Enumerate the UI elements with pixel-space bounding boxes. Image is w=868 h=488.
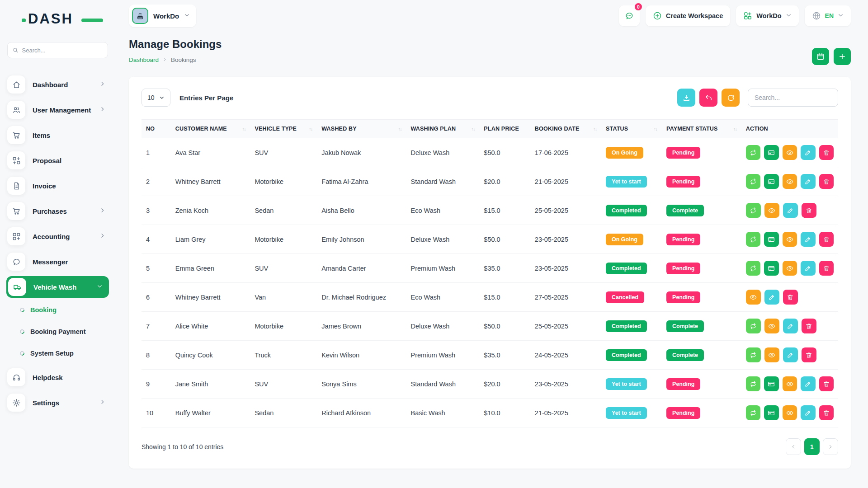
sync-button[interactable] (746, 347, 761, 362)
eye-button[interactable] (783, 376, 797, 391)
sidebar-item-invoice[interactable]: Invoice (7, 177, 108, 195)
sidebar-item-vehicle-wash[interactable]: Vehicle Wash (6, 276, 109, 298)
sort-icon[interactable]: ↑↓ (309, 127, 312, 131)
page-1-button[interactable]: 1 (804, 438, 820, 455)
trash-button[interactable] (802, 319, 816, 333)
sort-icon[interactable]: ↑↓ (733, 127, 737, 131)
pencil-button[interactable] (801, 405, 815, 420)
refresh-icon (727, 94, 735, 102)
trash-button[interactable] (819, 261, 834, 276)
trash-button[interactable] (802, 347, 816, 362)
status-badge: On Going (606, 234, 643, 245)
eye-button[interactable] (783, 405, 797, 420)
sync-button[interactable] (746, 319, 761, 333)
trash-button[interactable] (819, 232, 834, 247)
column-header-booking-date[interactable]: BOOKING DATE↑↓ (530, 120, 601, 138)
messages-button[interactable]: 0 (619, 5, 640, 26)
sync-icon (750, 207, 757, 214)
pencil-button[interactable] (783, 203, 798, 218)
pencil-button[interactable] (801, 145, 815, 160)
sort-icon[interactable]: ↑↓ (242, 127, 245, 131)
sidebar-item-items[interactable]: Items (7, 126, 108, 144)
eye-button[interactable] (783, 174, 797, 189)
column-header-vehicle-type[interactable]: VEHICLE TYPE↑↓ (250, 120, 317, 138)
card-button[interactable] (764, 174, 778, 189)
sync-button[interactable] (746, 174, 760, 189)
eye-button[interactable] (783, 261, 797, 276)
reset-button[interactable] (699, 89, 717, 107)
column-header-payment-status[interactable]: PAYMENT STATUS↑↓ (662, 120, 741, 138)
add-booking-button[interactable] (834, 48, 851, 65)
sync-button[interactable] (746, 405, 760, 420)
sidebar-item-proposal[interactable]: Proposal (7, 151, 108, 169)
sidebar-item-accounting[interactable]: Accounting (7, 227, 108, 245)
trash-button[interactable] (819, 145, 834, 160)
sync-button[interactable] (746, 232, 760, 247)
eye-button[interactable] (746, 290, 761, 305)
workdo-menu-button[interactable]: WorkDo (736, 5, 798, 26)
sort-icon[interactable]: ↑↓ (398, 127, 402, 131)
card-button[interactable] (764, 261, 778, 276)
sync-button[interactable] (746, 376, 760, 391)
column-header-status[interactable]: STATUS↑↓ (601, 120, 662, 138)
workspace-switcher[interactable]: WorkDo (129, 5, 196, 27)
create-workspace-button[interactable]: Create Workspace (646, 5, 730, 26)
sidebar-item-dashboard[interactable]: Dashboard (7, 75, 108, 94)
table-row: 8Quincy CookTruckKevin WilsonPremium Was… (142, 341, 838, 370)
table-row: 5Emma GreenSUVAmanda CarterPremium Wash$… (142, 254, 838, 283)
sidebar-subitem-system-setup[interactable]: System Setup (20, 347, 108, 360)
card-icon (768, 409, 775, 417)
language-selector[interactable]: EN (805, 5, 851, 26)
pencil-button[interactable] (783, 347, 798, 362)
trash-button[interactable] (783, 290, 798, 305)
prev-page-button[interactable] (786, 438, 801, 455)
sync-button[interactable] (746, 203, 761, 218)
trash-button[interactable] (819, 376, 834, 391)
sidebar-search-input[interactable] (22, 47, 103, 54)
column-header-washed-by[interactable]: WASHED BY↑↓ (317, 120, 406, 138)
trash-button[interactable] (802, 203, 816, 218)
sidebar-item-purchases[interactable]: Purchases (7, 202, 108, 220)
card-button[interactable] (764, 232, 778, 247)
eye-button[interactable] (764, 319, 779, 333)
eye-button[interactable] (783, 145, 797, 160)
sidebar-item-user-management[interactable]: User Management (7, 101, 108, 119)
dash-logo[interactable]: DASH (28, 11, 96, 30)
sidebar-item-helpdesk[interactable]: Helpdesk (7, 368, 108, 386)
next-page-button[interactable] (823, 438, 838, 455)
card-button[interactable] (764, 145, 778, 160)
eye-button[interactable] (783, 232, 797, 247)
table-search-input[interactable] (748, 89, 838, 107)
column-header-washing-plan[interactable]: WASHING PLAN↑↓ (406, 120, 480, 138)
sync-button[interactable] (746, 261, 760, 276)
card-button[interactable] (764, 376, 778, 391)
main-content: WorkDo 0 Create Workspace WorkDo (115, 0, 868, 488)
card-button[interactable] (764, 405, 778, 420)
refresh-button[interactable] (722, 89, 740, 107)
calendar-view-button[interactable] (812, 48, 829, 65)
sync-button[interactable] (746, 145, 760, 160)
pencil-button[interactable] (801, 174, 815, 189)
eye-button[interactable] (764, 203, 779, 218)
column-header-customer-name[interactable]: CUSTOMER NAME↑↓ (171, 120, 250, 138)
cell-customer-name: Emma Green (171, 254, 250, 283)
sort-icon[interactable]: ↑↓ (654, 127, 657, 131)
export-button[interactable] (677, 89, 695, 107)
pencil-button[interactable] (764, 290, 779, 305)
pencil-button[interactable] (783, 319, 798, 333)
sidebar-subitem-booking[interactable]: Booking (20, 303, 108, 317)
sidebar-subitem-booking-payment[interactable]: Booking Payment (20, 325, 108, 338)
sort-icon[interactable]: ↑↓ (593, 127, 597, 131)
sidebar-item-settings[interactable]: Settings (7, 394, 108, 412)
entries-per-page-select[interactable]: 10 (142, 89, 170, 107)
trash-button[interactable] (819, 405, 834, 420)
sidebar-item-messenger[interactable]: Messenger (7, 253, 108, 271)
trash-button[interactable] (819, 174, 834, 189)
invoice-icon (7, 177, 25, 195)
breadcrumb-dashboard-link[interactable]: Dashboard (129, 56, 159, 63)
eye-button[interactable] (764, 347, 779, 362)
pencil-button[interactable] (801, 376, 815, 391)
pencil-button[interactable] (801, 261, 815, 276)
sort-icon[interactable]: ↑↓ (471, 127, 475, 131)
pencil-button[interactable] (801, 232, 815, 247)
